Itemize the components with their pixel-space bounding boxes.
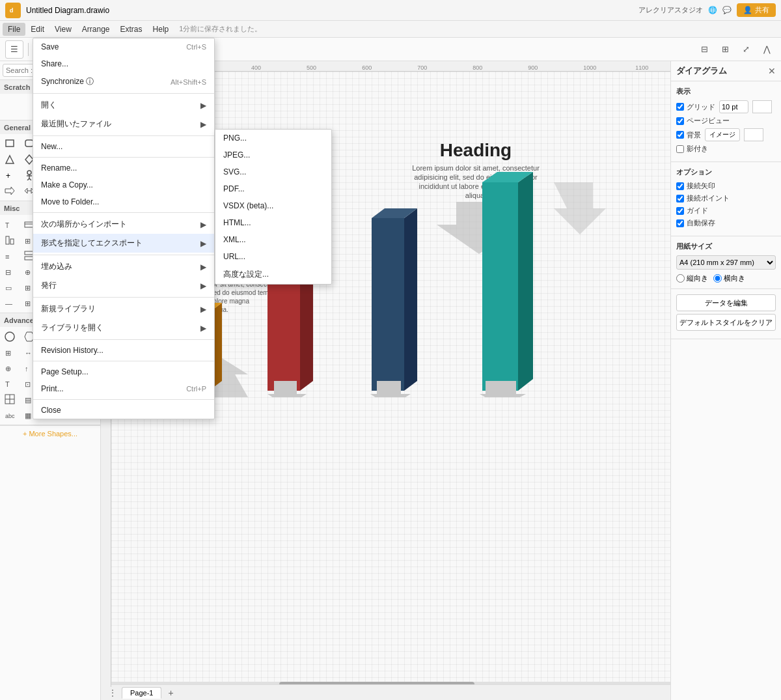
collapse-panel[interactable]: ⋀ [758, 40, 776, 59]
background-color-swatch[interactable] [744, 128, 763, 141]
export-png[interactable]: PNG... [215, 130, 331, 147]
menu-arrange[interactable]: Arrange [77, 23, 115, 36]
portrait-radio[interactable] [676, 274, 685, 283]
svg-text:↔: ↔ [25, 349, 32, 357]
shadow-label[interactable]: 影付き [676, 144, 708, 154]
shape-arrow-right[interactable] [3, 184, 17, 198]
fm-copy[interactable]: Make a Copy... [33, 176, 214, 193]
misc-shape-26[interactable]: — [3, 296, 17, 310]
menu-help[interactable]: Help [148, 23, 174, 36]
svg-text:⊞: ⊞ [25, 284, 31, 292]
guides-row: ガイド [676, 206, 776, 216]
portrait-radio-label[interactable]: 縦向き [676, 273, 708, 283]
export-html[interactable]: HTML... [215, 214, 331, 231]
menu-view[interactable]: View [49, 23, 77, 36]
fm-synchronize[interactable]: Synchronize ⓘ Alt+Shift+S [33, 72, 214, 91]
export-url[interactable]: URL... [215, 248, 331, 265]
autosave-label[interactable]: 自動保存 [676, 218, 715, 228]
conn-points-checkbox[interactable] [676, 195, 684, 203]
fm-publish[interactable]: 発行 ▶ [33, 276, 214, 295]
export-jpeg[interactable]: JPEG... [215, 147, 331, 163]
message-icon[interactable]: 💬 [722, 6, 732, 14]
export-svg[interactable]: SVG... [215, 163, 331, 180]
background-checkbox[interactable] [676, 131, 684, 139]
export-xml[interactable]: XML... [215, 231, 331, 248]
page-tab-1[interactable]: Page-1 [122, 687, 161, 699]
fm-export[interactable]: 形式を指定してエクスポート ▶ [33, 234, 214, 253]
fm-print[interactable]: Print... Ctrl+P [33, 380, 214, 397]
fm-move-folder[interactable]: Move to Folder... [33, 193, 214, 210]
misc-shape-6[interactable] [3, 233, 17, 247]
grid-value-input[interactable] [719, 100, 748, 113]
fm-sep-7 [33, 339, 214, 340]
page-view-label[interactable]: ページビュー [676, 116, 730, 126]
guides-label[interactable]: ガイド [676, 206, 708, 216]
fm-rename[interactable]: Rename... [33, 160, 214, 176]
conn-arrows-label[interactable]: 接続矢印 [676, 181, 715, 191]
clear-style-button[interactable]: デフォルトスタイルをクリア [676, 314, 776, 331]
user-icon: 👤 [743, 6, 752, 14]
page-menu-button[interactable]: ⋮ [106, 686, 119, 699]
more-shapes-button[interactable]: + More Shapes... [0, 425, 100, 441]
background-image-button[interactable]: イメージ [705, 128, 740, 141]
conn-arrows-checkbox[interactable] [676, 182, 684, 190]
zoom-out[interactable]: ⊟ [695, 40, 713, 59]
shadow-row: 影付き [676, 144, 776, 154]
fm-open[interactable]: 開く ▶ [33, 96, 214, 115]
fm-share[interactable]: Share... [33, 55, 214, 72]
adv-shape-6[interactable]: ⊞ [3, 345, 17, 359]
adv-shape-21[interactable] [3, 392, 17, 406]
fm-new-library[interactable]: 新規ライブラリ ▶ [33, 300, 214, 318]
shape-cross[interactable]: + [3, 168, 17, 182]
fm-sep-4 [33, 212, 214, 213]
edit-data-button[interactable]: データを編集 [676, 294, 776, 311]
grid-checkbox[interactable] [676, 103, 684, 111]
export-advanced[interactable]: 高度な設定... [215, 265, 331, 284]
misc-shape-1[interactable]: T [3, 217, 17, 232]
menu-edit[interactable]: Edit [25, 23, 49, 36]
fm-page-setup[interactable]: Page Setup... [33, 363, 214, 380]
misc-shape-16[interactable]: ⊟ [3, 264, 17, 279]
fit-page[interactable]: ⊞ [716, 40, 734, 59]
fm-save[interactable]: Save Ctrl+S [33, 38, 214, 55]
export-pdf[interactable]: PDF... [215, 180, 331, 197]
conn-points-label[interactable]: 接続ポイント [676, 193, 730, 203]
page-view-checkbox[interactable] [676, 117, 684, 125]
fm-close[interactable]: Close [33, 402, 214, 419]
page-size-title: 用紙サイズ [676, 242, 776, 251]
autosave-checkbox[interactable] [676, 219, 684, 227]
svg-rect-1 [6, 140, 14, 147]
page-size-select[interactable]: A4 (210 mm x 297 mm) [676, 255, 776, 270]
guides-checkbox[interactable] [676, 207, 684, 215]
top-right-area: アレクリアスタジオ 🌐 💬 👤 共有 [638, 3, 776, 17]
sidebar-toggle[interactable]: ☰ [5, 40, 23, 59]
close-right-panel-icon[interactable]: ✕ [768, 66, 776, 76]
add-page-button[interactable]: + [164, 686, 177, 699]
share-button[interactable]: 👤 共有 [737, 3, 776, 17]
shape-rect[interactable] [3, 137, 17, 151]
fm-open-library[interactable]: ライブラリを開く ▶ [33, 318, 214, 337]
fm-import[interactable]: 次の場所からインポート ▶ [33, 215, 214, 234]
shadow-checkbox[interactable] [676, 145, 684, 153]
shape-triangle[interactable] [3, 152, 17, 167]
reset-view[interactable]: ⤢ [737, 40, 755, 59]
landscape-radio[interactable] [713, 274, 722, 283]
background-label[interactable]: 背景 [676, 130, 701, 140]
fm-embed[interactable]: 埋め込み ▶ [33, 257, 214, 276]
adv-shape-16[interactable]: T [3, 376, 17, 391]
grid-color-swatch[interactable] [752, 100, 772, 113]
menu-file[interactable]: File [3, 23, 25, 36]
grid-checkbox-label[interactable]: グリッド [676, 102, 715, 112]
export-vsdx[interactable]: VSDX (beta)... [215, 197, 331, 214]
fm-new[interactable]: New... [33, 138, 214, 155]
fm-recent[interactable]: 最近開いたファイル ▶ [33, 115, 214, 133]
fm-revision[interactable]: Revision History... [33, 342, 214, 359]
globe-icon[interactable]: 🌐 [708, 6, 717, 14]
adv-shape-11[interactable]: ⊕ [3, 361, 17, 375]
adv-shape-1[interactable] [3, 329, 17, 344]
misc-shape-21[interactable]: ▭ [3, 280, 17, 294]
misc-shape-11[interactable]: ≡ [3, 249, 17, 263]
adv-shape-26[interactable]: abc [3, 408, 17, 422]
menu-extras[interactable]: Extras [115, 23, 148, 36]
landscape-radio-label[interactable]: 横向き [713, 273, 745, 283]
